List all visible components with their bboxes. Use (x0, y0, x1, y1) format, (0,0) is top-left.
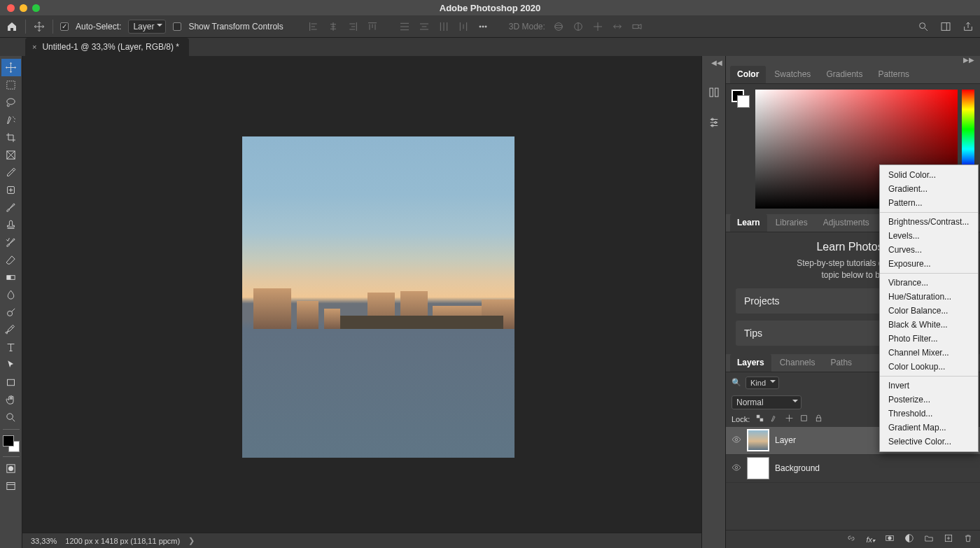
layer-mask-icon[interactable] (885, 533, 895, 545)
expand-panels-icon[interactable]: ▶▶ (726, 56, 980, 66)
distribute-h-icon[interactable] (457, 20, 470, 33)
close-tab-icon[interactable]: × (32, 43, 36, 51)
menuitem-gradient-map[interactable]: Gradient Map... (880, 421, 978, 435)
menuitem-channel-mixer[interactable]: Channel Mixer... (880, 346, 978, 360)
pen-tool[interactable] (1, 321, 21, 339)
crop-tool[interactable] (1, 129, 21, 146)
menuitem-color-balance[interactable]: Color Balance... (880, 304, 978, 318)
heal-tool[interactable] (1, 181, 21, 199)
lasso-tool[interactable] (1, 94, 21, 111)
quick-select-tool[interactable] (1, 111, 21, 129)
menuitem-color-lookup[interactable]: Color Lookup... (880, 360, 978, 374)
share-icon[interactable] (962, 20, 974, 33)
collapse-panels-icon[interactable]: ◀◀ (711, 59, 722, 66)
tab-patterns[interactable]: Patterns (871, 66, 916, 83)
search-icon[interactable] (917, 20, 930, 33)
tab-swatches[interactable]: Swatches (767, 66, 818, 83)
frame-tool[interactable] (1, 146, 21, 164)
workspace-switcher-icon[interactable] (939, 20, 952, 33)
canvas-area[interactable]: 33,33% 1200 px x 1418 px (118,11 ppcm) ❯ (22, 56, 701, 548)
history-panel-icon[interactable] (708, 86, 720, 101)
move-tool-icon[interactable] (33, 20, 46, 33)
menuitem-selective-color[interactable]: Selective Color... (880, 435, 978, 449)
delete-layer-icon[interactable] (963, 533, 973, 545)
tab-learn[interactable]: Learn (730, 214, 767, 232)
link-layers-icon[interactable] (846, 533, 856, 545)
marquee-tool[interactable] (1, 76, 21, 94)
lock-artboard-icon[interactable] (799, 414, 808, 424)
menuitem-hue-saturation[interactable]: Hue/Saturation... (880, 290, 978, 304)
distribute-top-icon[interactable] (398, 20, 411, 33)
menuitem-vibrance[interactable]: Vibrance... (880, 276, 978, 290)
menuitem-exposure[interactable]: Exposure... (880, 257, 978, 271)
menuitem-solid-color[interactable]: Solid Color... (880, 168, 978, 182)
layer-kind-dropdown[interactable]: Kind (746, 377, 779, 389)
close-window-icon[interactable] (7, 4, 15, 12)
rectangle-tool[interactable] (1, 374, 21, 391)
document-canvas[interactable] (242, 136, 514, 458)
transform-checkbox[interactable] (173, 22, 181, 31)
menuitem-pattern[interactable]: Pattern... (880, 196, 978, 210)
menuitem-photo-filter[interactable]: Photo Filter... (880, 332, 978, 346)
status-chevron-icon[interactable]: ❯ (188, 536, 195, 545)
document-tab[interactable]: × Untitled-1 @ 33,3% (Layer, RGB/8) * (25, 38, 189, 56)
new-group-icon[interactable] (924, 533, 934, 545)
eraser-tool[interactable] (1, 251, 21, 269)
distribute-vcenter-icon[interactable] (418, 20, 430, 33)
doc-info[interactable]: 1200 px x 1418 px (118,11 ppcm) (65, 537, 180, 545)
menuitem-curves[interactable]: Curves... (880, 243, 978, 257)
align-right-edges-icon[interactable] (346, 20, 359, 33)
visibility-toggle-icon[interactable] (732, 435, 741, 447)
menuitem-brightness-contrast[interactable]: Brightness/Contrast... (880, 215, 978, 229)
tab-channels[interactable]: Channels (773, 354, 822, 372)
menuitem-posterize[interactable]: Posterize... (880, 393, 978, 407)
dodge-tool[interactable] (1, 304, 21, 321)
tab-libraries[interactable]: Libraries (769, 214, 815, 232)
fg-bg-swatches[interactable] (732, 90, 751, 109)
tab-paths[interactable]: Paths (823, 354, 859, 372)
layer-name[interactable]: Layer (775, 435, 796, 445)
minimize-window-icon[interactable] (20, 4, 27, 12)
menuitem-threshold[interactable]: Threshold... (880, 407, 978, 421)
layer-row[interactable]: Background (726, 455, 980, 483)
tab-gradients[interactable]: Gradients (819, 66, 869, 83)
type-tool[interactable] (1, 339, 21, 356)
quick-mask-icon[interactable] (1, 460, 21, 477)
new-adjustment-icon[interactable] (904, 533, 914, 545)
align-hcenter-icon[interactable] (327, 20, 340, 33)
gradient-tool[interactable] (1, 269, 21, 286)
fg-bg-colors[interactable] (1, 434, 21, 454)
menuitem-levels[interactable]: Levels... (880, 229, 978, 243)
path-select-tool[interactable] (1, 356, 21, 374)
eyedropper-tool[interactable] (1, 164, 21, 181)
lock-pixels-icon[interactable] (770, 414, 779, 424)
brush-tool[interactable] (1, 199, 21, 216)
tab-adjustments[interactable]: Adjustments (816, 214, 876, 232)
distribute-bottom-icon[interactable] (438, 20, 450, 33)
align-left-edges-icon[interactable] (307, 20, 320, 33)
blur-tool[interactable] (1, 286, 21, 304)
tab-color[interactable]: Color (730, 66, 766, 83)
autoselect-checkbox[interactable] (60, 22, 69, 31)
new-layer-icon[interactable] (944, 533, 953, 545)
align-top-icon[interactable] (366, 20, 379, 33)
lock-all-icon[interactable] (814, 414, 823, 424)
home-icon[interactable] (6, 20, 18, 33)
layer-fx-icon[interactable]: fx▾ (866, 535, 875, 544)
menuitem-black-white[interactable]: Black & White... (880, 318, 978, 332)
menuitem-invert[interactable]: Invert (880, 379, 978, 393)
lock-position-icon[interactable] (785, 414, 794, 424)
layer-thumbnail[interactable] (747, 429, 769, 451)
layer-name[interactable]: Background (775, 463, 820, 473)
more-align-icon[interactable] (477, 20, 489, 33)
tab-layers[interactable]: Layers (730, 354, 771, 372)
hand-tool[interactable] (1, 391, 21, 409)
zoom-level[interactable]: 33,33% (31, 537, 57, 545)
properties-panel-icon[interactable] (708, 116, 720, 131)
visibility-toggle-icon[interactable] (732, 463, 741, 475)
screen-mode-icon[interactable] (1, 477, 21, 495)
history-brush-tool[interactable] (1, 234, 21, 251)
lock-transparency-icon[interactable] (755, 414, 764, 424)
zoom-window-icon[interactable] (32, 4, 40, 12)
layer-thumbnail[interactable] (747, 457, 769, 479)
